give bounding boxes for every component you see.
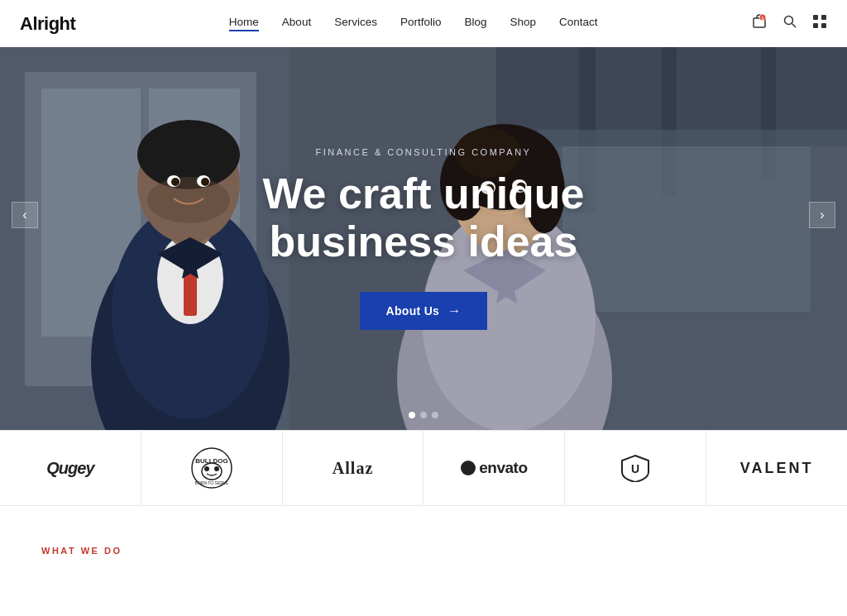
logo-qugey[interactable]: Qugey [0,431,141,505]
logo-envato[interactable]: envato [424,431,565,505]
svg-point-52 [461,461,476,475]
nav-contact[interactable]: Contact [559,16,598,31]
envato-icon [461,461,476,475]
svg-line-5 [792,24,796,28]
what-we-do-section: WHAT WE DO [0,506,847,575]
nav-home[interactable]: Home [229,16,259,31]
nav-portfolio[interactable]: Portfolio [400,16,442,31]
slider-prev-button[interactable]: ‹ [12,202,38,228]
slider-dot-2[interactable] [420,412,427,418]
prev-arrow-icon: ‹ [22,208,26,222]
hero-title: We craft unique business ideas [175,170,672,265]
svg-rect-8 [813,23,818,28]
next-arrow-icon: › [820,208,824,222]
allaz-text: Allaz [333,459,373,478]
shield-u-icon: U [620,454,650,482]
logo-bulldog[interactable]: BULLDOG BORN TO SERVE [141,431,283,505]
logos-strip: Qugey BULLDOG BORN TO SERVE Allaz envato… [0,430,847,506]
bulldog-icon: BULLDOG BORN TO SERVE [190,446,233,489]
section-label: WHAT WE DO [41,546,806,556]
valent-text: VALENT [740,460,814,477]
svg-point-49 [204,466,209,471]
search-icon[interactable] [782,14,797,33]
svg-rect-7 [821,15,826,20]
hero-section: Finance & Consulting Company We craft un… [0,0,847,430]
site-header: Alright Home About Services Portfolio Bl… [0,0,847,47]
logo-valent[interactable]: VALENT [706,431,847,505]
svg-text:U: U [631,462,639,475]
about-us-button[interactable]: About Us → [360,292,488,330]
envato-text: envato [479,459,527,477]
header-icons: 1 [751,13,827,34]
nav-about[interactable]: About [282,16,311,31]
nav-services[interactable]: Services [334,16,377,31]
hero-subtitle: Finance & Consulting Company [316,147,532,157]
svg-rect-9 [821,23,826,28]
grid-icon[interactable] [812,14,827,33]
cart-icon[interactable]: 1 [751,13,768,34]
svg-point-50 [214,466,219,471]
about-us-label: About Us [386,304,440,318]
nav-shop[interactable]: Shop [510,16,536,31]
logo-shield[interactable]: U [565,431,706,505]
main-nav: Home About Services Portfolio Blog Shop … [229,16,598,31]
slider-dot-3[interactable] [432,412,438,418]
slider-next-button[interactable]: › [809,202,835,228]
svg-point-4 [784,17,792,25]
svg-rect-6 [813,15,818,20]
logo-allaz[interactable]: Allaz [283,431,424,505]
hero-content: Finance & Consulting Company We craft un… [0,47,847,430]
slider-dots [409,412,438,418]
nav-blog[interactable]: Blog [464,16,486,31]
qugey-text: Qugey [46,459,93,478]
svg-text:BORN TO SERVE: BORN TO SERVE [194,480,229,485]
slider-dot-1[interactable] [409,412,415,418]
site-logo[interactable]: Alright [20,13,75,35]
arrow-icon: → [447,303,461,318]
svg-text:1: 1 [762,16,764,21]
svg-point-48 [202,463,222,480]
